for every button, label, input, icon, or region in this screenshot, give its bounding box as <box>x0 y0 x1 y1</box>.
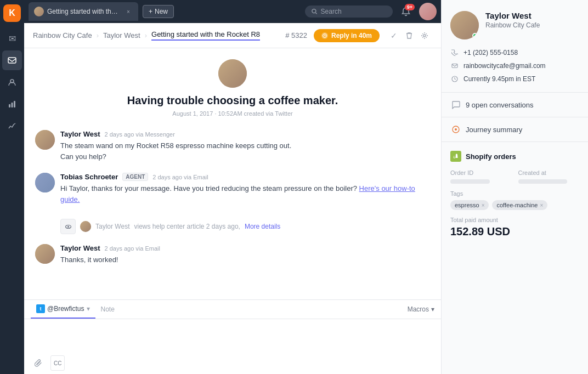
twitter-icon: t <box>36 304 45 313</box>
delete-button[interactable] <box>402 28 417 43</box>
compose-note-tab[interactable]: Note <box>95 301 120 318</box>
contact-info: +1 (202) 555-0158 rainbowcitycafe@gmail.… <box>450 48 579 83</box>
cc-button[interactable]: CC <box>50 355 65 371</box>
activity-text: views help center article 2 days ago, <box>134 223 240 230</box>
svg-rect-2 <box>9 104 10 107</box>
reply-button[interactable]: Reply in 40m <box>314 29 380 42</box>
search-box[interactable] <box>305 5 393 18</box>
avatar <box>35 173 55 192</box>
message-content-3: Taylor West 2 days ago via Email Thanks,… <box>60 244 430 265</box>
activity-author: Taylor West <box>95 223 129 230</box>
sidebar-icon-mentions[interactable] <box>2 50 22 70</box>
svg-point-8 <box>423 35 426 37</box>
compose-footer: CC <box>24 352 441 374</box>
tag-remove-button[interactable]: × <box>540 202 544 208</box>
table-row: Tobias Schroeter AGENT 2 days ago via Em… <box>35 173 430 205</box>
message-author: Taylor West <box>60 130 100 138</box>
created-at-bar <box>518 179 567 184</box>
compose-twitter-tab[interactable]: t @Brewfictus ▾ <box>31 300 95 319</box>
contact-timezone-row: Currently 9.45pm in EST <box>450 75 579 83</box>
tag-label: coffee-machine <box>496 202 538 208</box>
message-content-1: Taylor West 2 days ago via Messenger The… <box>60 130 430 162</box>
total-label: Total paid amount <box>450 217 579 223</box>
clock-icon <box>450 75 459 83</box>
app-logo[interactable]: K <box>3 4 21 22</box>
breadcrumb-rainbow-city[interactable]: Rainbow City Cafe <box>33 31 97 39</box>
howto-link[interactable]: Here's our how-to guide. <box>60 184 415 203</box>
contact-email-row: rainbowcitycafe@gmail.com <box>450 61 579 70</box>
more-details-link[interactable]: More details <box>245 223 280 230</box>
breadcrumb-current: Getting started with the Rocket R8 <box>151 30 260 41</box>
attachment-button[interactable] <box>31 355 46 371</box>
main-area: Getting started with the R... × + New 9+… <box>24 0 441 374</box>
journey-icon <box>450 124 461 135</box>
shopify-icon <box>450 151 461 162</box>
svg-point-14 <box>455 128 457 131</box>
sidebar-icon-contacts[interactable] <box>2 72 22 92</box>
journey-summary-label: Journey summary <box>466 126 522 134</box>
message-time: 2 days ago via Email <box>104 245 160 252</box>
svg-rect-4 <box>14 101 15 107</box>
compose-body[interactable] <box>24 319 441 352</box>
sidebar-icon-reports[interactable] <box>2 94 22 114</box>
breadcrumb-taylor-west[interactable]: Taylor West <box>103 31 145 39</box>
contact-email: rainbowcitycafe@gmail.com <box>463 62 546 70</box>
conversation-starter: Having trouble choosing a coffee maker. … <box>35 59 430 117</box>
open-conversations-section[interactable]: 9 open conversations <box>442 93 588 117</box>
agent-badge: AGENT <box>122 173 148 181</box>
shopify-section: Shopify orders Order ID Created at Tags … <box>442 142 588 247</box>
svg-point-10 <box>67 226 69 228</box>
tags-row: espresso × coffee-machine × <box>450 200 579 210</box>
message-text: The steam wand on my Rocket R58 espresso… <box>60 140 430 162</box>
phone-icon <box>450 48 459 57</box>
order-id-col: Order ID <box>450 169 512 184</box>
contact-card: Taylor West Rainbow City Cafe +1 (202) 5… <box>442 0 588 93</box>
contact-timezone: Currently 9.45pm in EST <box>463 75 535 83</box>
conversation-meta: August 1, 2017 · 10:52AM created via Twi… <box>35 110 430 117</box>
online-indicator <box>472 33 478 38</box>
journey-summary-section[interactable]: Journey summary <box>442 117 588 142</box>
user-avatar[interactable] <box>419 3 437 20</box>
plus-icon: + <box>149 8 152 15</box>
compose-tabs: t @Brewfictus ▾ Note Macros ▾ <box>24 300 441 319</box>
conversation-id: # 5322 <box>285 31 307 39</box>
svg-point-5 <box>312 9 316 13</box>
breadcrumb-separator-1: › <box>97 31 99 39</box>
avatar <box>35 130 55 150</box>
tag-chip: coffee-machine × <box>492 200 547 210</box>
message-author: Taylor West <box>60 244 100 252</box>
notifications-button[interactable]: 9+ <box>397 3 415 20</box>
right-panel: Taylor West Rainbow City Cafe +1 (202) 5… <box>441 0 588 374</box>
sidebar-icon-inbox[interactable]: ✉ <box>2 29 22 48</box>
settings-button[interactable] <box>417 28 432 43</box>
svg-rect-0 <box>8 58 16 63</box>
tab-close-button[interactable]: × <box>124 7 133 16</box>
chat-icon <box>450 99 461 110</box>
sidebar-icon-stats[interactable] <box>2 116 22 136</box>
order-id-bar <box>450 179 490 184</box>
shopify-grid: Order ID Created at <box>450 169 579 184</box>
resolve-button[interactable]: ✓ <box>386 28 402 43</box>
created-at-label: Created at <box>518 169 580 176</box>
svg-rect-3 <box>12 103 13 107</box>
conversation-tab[interactable]: Getting started with the R... × <box>29 2 138 21</box>
message-text: Hi Taylor, thanks for your message. Have… <box>60 183 430 205</box>
tab-avatar <box>34 7 44 16</box>
search-input[interactable] <box>321 8 386 15</box>
shopify-title: Shopify orders <box>466 152 516 161</box>
tag-chip: espresso × <box>450 200 489 210</box>
table-row: Taylor West 2 days ago via Email Thanks,… <box>35 244 430 265</box>
starter-avatar <box>218 59 247 88</box>
svg-line-6 <box>315 13 316 14</box>
breadcrumb-separator-2: › <box>145 31 147 39</box>
conversation-header: Rainbow City Cafe › Taylor West › Gettin… <box>24 23 441 48</box>
tab-title: Getting started with the R... <box>47 8 121 15</box>
macros-button[interactable]: Macros ▾ <box>408 305 434 313</box>
avatar <box>80 221 91 232</box>
new-conversation-button[interactable]: + New <box>143 5 174 18</box>
activity-row: Taylor West views help center article 2 … <box>35 216 430 237</box>
avatar <box>35 244 55 264</box>
email-icon <box>450 61 459 70</box>
conversation-title: Having trouble choosing a coffee maker. <box>35 94 430 107</box>
tag-remove-button[interactable]: × <box>482 202 485 208</box>
